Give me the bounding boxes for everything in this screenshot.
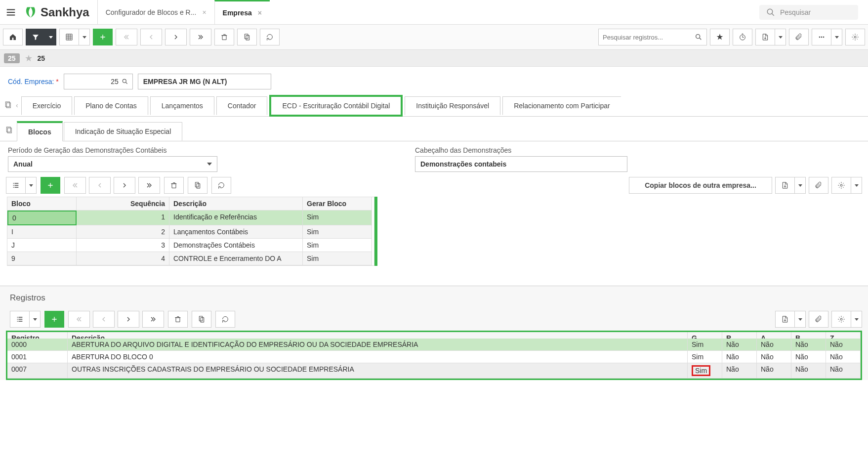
subtab-blocos[interactable]: Blocos <box>17 121 63 141</box>
reg-export-button[interactable] <box>775 311 795 328</box>
copiar-blocos-button[interactable]: Copiar blocos de outra empresa... <box>629 177 772 194</box>
table-row[interactable]: 0 1 Identificação e Referências Sim <box>7 211 374 225</box>
cell: Não <box>722 363 757 379</box>
search-records-input[interactable] <box>603 34 695 41</box>
breadcrumb-tab-config[interactable]: Configurador de Blocos e R... × <box>97 0 214 24</box>
reg-nav-prev[interactable] <box>93 311 115 328</box>
tab-instituicao[interactable]: Instituição Responsável <box>405 96 500 115</box>
breadcrumb-tab-empresa[interactable]: Empresa × <box>214 0 270 24</box>
bloco-settings-button[interactable] <box>831 177 851 194</box>
tab-plano-contas[interactable]: Plano de Contas <box>74 96 148 115</box>
th-desc[interactable]: Descrição <box>169 197 303 211</box>
export-button[interactable] <box>755 29 775 45</box>
cod-empresa-input[interactable]: 25 <box>64 74 133 89</box>
cell: Sim <box>303 225 372 239</box>
reg-attach-button[interactable] <box>809 311 828 328</box>
copy-icon[interactable] <box>4 101 12 110</box>
reg-list-button[interactable] <box>10 311 30 328</box>
bloco-delete-button[interactable] <box>164 177 184 194</box>
add-bloco-button[interactable] <box>41 177 60 194</box>
grid-button[interactable] <box>59 29 79 45</box>
bloco-nav-first[interactable] <box>64 177 86 194</box>
reg-delete-button[interactable] <box>168 311 188 328</box>
search-records[interactable] <box>598 29 707 45</box>
copy-button[interactable] <box>237 29 257 45</box>
table-row[interactable]: 9 4 CONTROLE e Encerramento DO A Sim <box>7 252 374 265</box>
bloco-copy-button[interactable] <box>188 177 207 194</box>
tab-relacionamento[interactable]: Relacionamento com Participar <box>502 96 621 115</box>
subtab-indicacao[interactable]: Indicação de Situação Especial <box>64 122 183 141</box>
export-dropdown[interactable] <box>775 29 786 45</box>
svg-point-15 <box>840 184 842 186</box>
reg-nav-next[interactable] <box>118 311 139 328</box>
add-button[interactable] <box>93 29 113 45</box>
bloco-nav-next[interactable] <box>114 177 135 194</box>
th-seq[interactable]: Sequência <box>77 197 169 211</box>
scroll-left-icon[interactable]: ‹ <box>16 101 18 109</box>
cabecalho-input[interactable]: Demonstrações contabeis <box>415 156 627 172</box>
hamburger-menu-icon[interactable] <box>0 7 22 18</box>
home-button[interactable] <box>3 29 23 45</box>
grid-dropdown[interactable] <box>79 29 90 45</box>
delete-button[interactable] <box>214 29 234 45</box>
reg-nav-first[interactable] <box>68 311 90 328</box>
reg-export-dropdown[interactable] <box>795 311 806 328</box>
bloco-settings-dropdown[interactable] <box>851 177 862 194</box>
table-row[interactable]: 0007 OUTRAS INSCRIÇÕES CADASTRAIS DO EMP… <box>7 363 861 379</box>
table-row[interactable]: 0000 ABERTURA DO ARQUIVO DIGITAL E IDENT… <box>7 339 861 351</box>
table-resize-handle[interactable] <box>374 197 377 266</box>
table-row[interactable]: 0001 ABERTURA DO BLOCO 0 Sim Não Não Não… <box>7 351 861 363</box>
cell: 0000 <box>7 339 68 351</box>
reg-nav-last[interactable] <box>142 311 164 328</box>
more-dropdown[interactable] <box>831 29 842 45</box>
tab-exercicio[interactable]: Exercício <box>21 96 73 115</box>
nav-prev-button[interactable] <box>140 29 162 45</box>
th-bloco[interactable]: Bloco <box>7 197 77 211</box>
reg-add-button[interactable] <box>44 311 64 328</box>
tab-lancamentos[interactable]: Lançamentos <box>150 96 214 115</box>
nav-last-button[interactable] <box>190 29 211 45</box>
table-row[interactable]: J 3 Demonstrações Contábeis Sim <box>7 239 374 252</box>
favorite-button[interactable] <box>710 29 730 45</box>
bloco-attach-button[interactable] <box>809 177 828 194</box>
global-search[interactable]: Pesquisar <box>759 5 858 20</box>
breadcrumb-tab-label: Empresa <box>223 9 252 17</box>
star-icon[interactable]: ★ <box>25 53 33 64</box>
bloco-export-button[interactable] <box>775 177 795 194</box>
lookup-icon <box>122 78 128 85</box>
th-gerar[interactable]: Gerar Bloco <box>303 197 372 211</box>
reg-settings-button[interactable] <box>831 311 851 328</box>
periodo-select[interactable]: Anual <box>8 156 217 172</box>
bloco-nav-last[interactable] <box>138 177 160 194</box>
record-count-row: 25 ★ 25 <box>0 50 868 67</box>
cell: OUTRAS INSCRIÇÕES CADASTRAIS DO EMPRESÁR… <box>68 363 688 379</box>
nav-first-button[interactable] <box>116 29 137 45</box>
cod-empresa-value: 25 <box>111 78 119 85</box>
settings-button[interactable] <box>845 29 865 45</box>
reg-refresh-button[interactable] <box>215 311 235 328</box>
nav-next-button[interactable] <box>165 29 187 45</box>
cell: Não <box>722 351 757 363</box>
close-icon[interactable]: × <box>202 8 206 16</box>
filter-button[interactable] <box>26 29 45 45</box>
copy-icon[interactable] <box>5 126 13 135</box>
reg-settings-dropdown[interactable] <box>851 311 862 328</box>
tab-ecd[interactable]: ECD - Escrituração Contábil Digital <box>269 95 403 117</box>
bloco-refresh-button[interactable] <box>211 177 231 194</box>
refresh-button[interactable] <box>260 29 280 45</box>
list-dropdown[interactable] <box>26 177 37 194</box>
timer-button[interactable] <box>733 29 752 45</box>
bloco-nav-prev[interactable] <box>89 177 111 194</box>
more-button[interactable] <box>812 29 831 45</box>
reg-list-dropdown[interactable] <box>30 311 41 328</box>
bloco-export-dropdown[interactable] <box>795 177 806 194</box>
filter-dropdown[interactable] <box>45 29 56 45</box>
table-row[interactable]: I 2 Lançamentos Contábeis Sim <box>7 225 374 239</box>
list-button[interactable] <box>6 177 26 194</box>
attachment-button[interactable] <box>789 29 809 45</box>
empresa-name-field[interactable]: EMPRESA JR MG (N ALT) <box>138 74 271 89</box>
reg-copy-button[interactable] <box>192 311 211 328</box>
tab-contador[interactable]: Contador <box>216 96 268 115</box>
close-icon[interactable]: × <box>258 9 262 17</box>
breadcrumb-tab-label: Configurador de Blocos e R... <box>106 8 197 16</box>
